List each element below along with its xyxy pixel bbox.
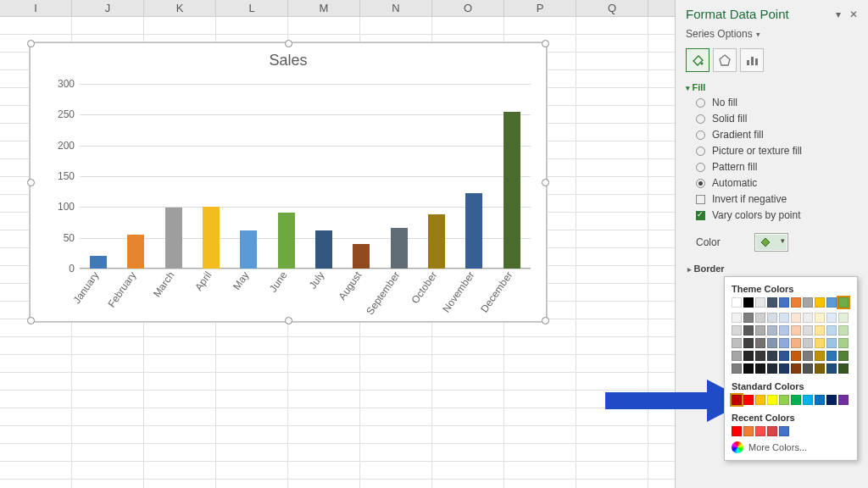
color-swatch[interactable] [779,325,789,336]
color-swatch[interactable] [791,313,801,323]
color-swatch[interactable] [779,297,789,308]
more-colors-button[interactable]: More Colors... [732,441,850,453]
color-swatch[interactable] [755,297,765,308]
chart-resize-handle[interactable] [542,40,549,47]
color-swatch[interactable] [791,297,801,308]
color-swatch[interactable] [815,351,825,361]
color-swatch[interactable] [826,363,837,374]
color-swatch[interactable] [779,395,789,405]
bar-column[interactable]: July [305,84,342,269]
color-swatch[interactable] [732,426,742,436]
series-options-tab[interactable] [740,48,764,72]
series-options-dropdown[interactable]: Series Options▸ [686,28,858,40]
bar-column[interactable]: January [80,84,117,269]
color-swatch[interactable] [826,313,837,323]
color-swatch[interactable] [779,351,789,361]
color-swatch[interactable] [779,426,789,436]
color-swatch[interactable] [755,313,765,323]
color-swatch[interactable] [838,363,849,374]
bar-column[interactable]: May [230,84,267,269]
data-bar[interactable] [203,207,220,269]
data-bar[interactable] [315,230,332,269]
border-section-header[interactable]: Border [687,263,858,274]
color-swatch[interactable] [743,338,754,348]
color-swatch[interactable] [791,351,801,361]
pattern-fill-radio[interactable]: Pattern fill [696,161,858,173]
bar-column[interactable]: September [381,84,418,269]
color-swatch[interactable] [791,338,801,348]
color-swatch[interactable] [826,325,837,336]
color-swatch[interactable] [767,351,777,361]
bar-column[interactable]: June [268,84,305,269]
color-swatch[interactable] [743,351,754,361]
color-swatch[interactable] [791,363,801,374]
fill-section-header[interactable]: Fill [686,82,858,92]
color-swatch[interactable] [791,325,801,336]
data-bar[interactable] [428,214,445,269]
color-swatch[interactable] [732,325,742,336]
color-swatch[interactable] [743,363,754,374]
color-swatch[interactable] [803,395,813,405]
color-swatch[interactable] [838,313,849,323]
close-icon[interactable]: ✕ [849,8,858,20]
data-bar[interactable] [127,235,144,269]
effects-tab[interactable] [713,48,737,72]
color-swatch[interactable] [803,338,813,348]
chart-resize-handle[interactable] [285,40,292,47]
color-swatch[interactable] [755,351,765,361]
color-swatch[interactable] [815,363,825,374]
color-swatch[interactable] [838,297,849,308]
column-header[interactable]: L [216,0,288,16]
embedded-chart[interactable]: Sales JanuaryFebruaryMarchAprilMayJuneJu… [30,42,547,322]
color-swatch[interactable] [826,338,837,348]
data-bar[interactable] [90,256,107,269]
color-swatch[interactable] [826,297,837,308]
task-pane-options-icon[interactable]: ▾ [836,8,841,20]
column-header[interactable]: M [288,0,360,16]
column-header[interactable]: O [432,0,504,16]
color-swatch[interactable] [767,338,777,348]
bar-column[interactable]: November [455,84,492,269]
color-swatch[interactable] [779,363,789,374]
chart-resize-handle[interactable] [542,179,549,186]
color-swatch[interactable] [815,338,825,348]
color-swatch[interactable] [815,395,825,405]
color-swatch[interactable] [767,297,777,308]
chart-plot-area[interactable]: JanuaryFebruaryMarchAprilMayJuneJulyAugu… [80,84,531,269]
color-swatch[interactable] [803,363,813,374]
bar-column[interactable]: February [117,84,154,269]
color-swatch[interactable] [803,351,813,361]
color-swatch[interactable] [767,426,777,436]
color-swatch[interactable] [732,297,742,308]
data-bar[interactable] [504,112,520,269]
bar-column[interactable]: April [192,84,230,269]
chart-resize-handle[interactable] [542,317,549,324]
fill-and-line-tab[interactable] [686,48,709,72]
column-header[interactable]: P [504,0,576,16]
color-swatch[interactable] [767,363,777,374]
color-swatch[interactable] [755,363,765,374]
color-swatch[interactable] [755,426,765,436]
color-swatch[interactable] [732,313,742,323]
column-header[interactable]: I [0,0,72,16]
automatic-radio[interactable]: Automatic [696,177,858,189]
color-swatch[interactable] [755,395,765,405]
color-swatch[interactable] [838,325,849,336]
color-swatch[interactable] [743,395,754,405]
bar-column[interactable]: October [418,84,455,269]
column-header[interactable]: N [360,0,432,16]
data-bar[interactable] [353,244,370,269]
color-swatch[interactable] [815,297,825,308]
invert-if-negative-check[interactable]: Invert if negative [696,193,858,205]
picture-fill-radio[interactable]: Picture or texture fill [696,145,858,157]
color-swatch[interactable] [815,325,825,336]
color-swatch[interactable] [779,313,789,323]
color-swatch[interactable] [767,325,777,336]
color-swatch[interactable] [732,395,742,405]
vary-colors-check[interactable]: Vary colors by point [696,209,858,221]
color-swatch[interactable] [791,395,801,405]
color-swatch[interactable] [826,351,837,361]
color-swatch[interactable] [838,395,849,405]
chart-title[interactable]: Sales [31,43,546,75]
color-swatch[interactable] [732,338,742,348]
